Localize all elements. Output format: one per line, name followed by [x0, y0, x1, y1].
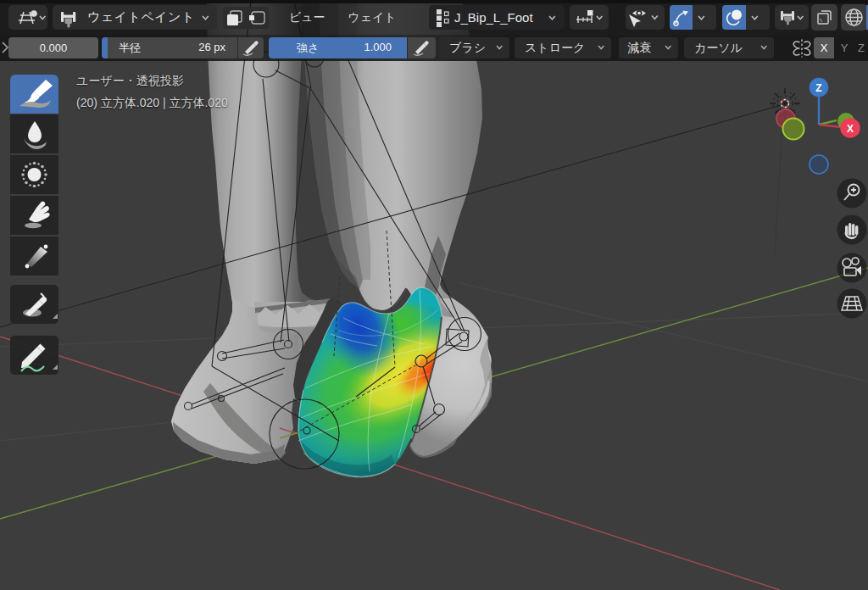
svg-text:Z: Z: [815, 82, 821, 94]
svg-text:X: X: [847, 123, 854, 135]
